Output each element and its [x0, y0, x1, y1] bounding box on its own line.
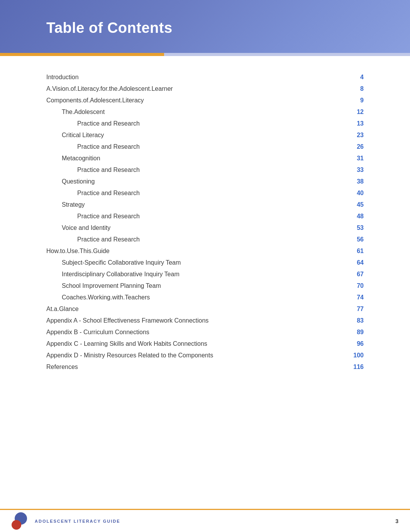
- toc-entry-title: Subject-Specific Collaborative Inquiry T…: [46, 259, 348, 266]
- toc-entry[interactable]: The.Adolescent12: [46, 106, 364, 118]
- toc-entry[interactable]: Voice and Identity53: [46, 222, 364, 234]
- toc-entry-page: 12: [348, 109, 364, 116]
- logo-circle-red: [12, 520, 21, 530]
- toc-entry[interactable]: Interdisciplinary Collaborative Inquiry …: [46, 269, 364, 280]
- toc-entry[interactable]: How.to.Use.This.Guide61: [46, 245, 364, 257]
- toc-entry-page: 67: [348, 271, 364, 278]
- toc-entry-page: 116: [348, 364, 364, 371]
- toc-entry-title: Interdisciplinary Collaborative Inquiry …: [46, 271, 348, 278]
- toc-entry-page: 23: [348, 132, 364, 139]
- toc-entry-title: Metacognition: [46, 155, 348, 162]
- toc-entry-title: Practice and Research: [46, 213, 348, 220]
- toc-entry-title: Appendix B - Curriculum Connections: [46, 329, 348, 336]
- toc-entry-page: 83: [348, 317, 364, 324]
- toc-entry[interactable]: Components.of.Adolescent.Literacy9: [46, 95, 364, 106]
- toc-entry-page: 48: [348, 213, 364, 220]
- toc-entry[interactable]: Metacognition31: [46, 153, 364, 164]
- toc-entry[interactable]: Practice and Research13: [46, 118, 364, 129]
- toc-entry-title: Practice and Research: [46, 143, 348, 150]
- toc-entry-page: 70: [348, 282, 364, 289]
- footer-logo: [12, 512, 29, 530]
- footer-page: 3: [395, 518, 398, 524]
- toc-container: Introduction4A.Vision.of.Literacy.for.th…: [0, 56, 410, 396]
- toc-entry-page: 56: [348, 236, 364, 243]
- toc-entry-page: 89: [348, 329, 364, 336]
- toc-entry[interactable]: Appendix D - Ministry Resources Related …: [46, 350, 364, 361]
- toc-entry[interactable]: Appendix A - School Effectiveness Framew…: [46, 315, 364, 326]
- toc-entry[interactable]: Questioning38: [46, 176, 364, 187]
- toc-entry-title: Components.of.Adolescent.Literacy: [46, 97, 348, 104]
- toc-entry-page: 26: [348, 143, 364, 150]
- toc-entry-page: 96: [348, 340, 364, 347]
- toc-entry-title: Appendix A - School Effectiveness Framew…: [46, 317, 348, 324]
- toc-entry[interactable]: Practice and Research40: [46, 187, 364, 199]
- toc-entry[interactable]: Subject-Specific Collaborative Inquiry T…: [46, 257, 364, 269]
- toc-entry-page: 74: [348, 294, 364, 301]
- toc-entry[interactable]: Practice and Research33: [46, 164, 364, 176]
- toc-entry-title: Critical Literacy: [46, 132, 348, 139]
- footer: ADOLESCENT LITERACY GUIDE 3: [0, 509, 410, 532]
- toc-entry-title: Practice and Research: [46, 120, 348, 127]
- toc-entry[interactable]: Appendix B - Curriculum Connections89: [46, 326, 364, 338]
- toc-entry-title: Questioning: [46, 178, 348, 185]
- toc-entry-title: Voice and Identity: [46, 224, 348, 231]
- toc-entry-page: 33: [348, 167, 364, 173]
- toc-entry-title: A.Vision.of.Literacy.for.the.Adolescent.…: [46, 85, 348, 92]
- toc-entry-page: 100: [348, 352, 364, 359]
- toc-entry[interactable]: Practice and Research48: [46, 211, 364, 222]
- toc-entry[interactable]: Introduction4: [46, 71, 364, 83]
- toc-entry-page: 8: [348, 85, 364, 92]
- toc-entry[interactable]: Strategy45: [46, 199, 364, 211]
- toc-entry-title: References: [46, 364, 348, 371]
- toc-entry-page: 53: [348, 224, 364, 231]
- toc-entry-title: Strategy: [46, 201, 348, 208]
- toc-entry[interactable]: Appendix C - Learning Skills and Work Ha…: [46, 338, 364, 350]
- toc-entry-page: 45: [348, 201, 364, 208]
- toc-entry-page: 13: [348, 120, 364, 127]
- toc-entry-title: Appendix D - Ministry Resources Related …: [46, 352, 348, 359]
- toc-entry-page: 40: [348, 190, 364, 197]
- toc-entry-page: 61: [348, 248, 364, 255]
- toc-entry[interactable]: References116: [46, 361, 364, 373]
- toc-entry-title: Appendix C - Learning Skills and Work Ha…: [46, 340, 348, 347]
- toc-entry-title: Practice and Research: [46, 167, 348, 173]
- toc-entry-title: At.a.Glance: [46, 306, 348, 313]
- toc-entry-page: 38: [348, 178, 364, 185]
- toc-entry[interactable]: Critical Literacy23: [46, 129, 364, 141]
- header-banner: Table of Contents: [0, 0, 410, 56]
- toc-entry-page: 4: [348, 74, 364, 81]
- toc-entry[interactable]: A.Vision.of.Literacy.for.the.Adolescent.…: [46, 83, 364, 95]
- page-title: Table of Contents: [46, 20, 173, 36]
- toc-entry-page: 77: [348, 306, 364, 313]
- toc-entry-title: School Improvement Planning Team: [46, 282, 348, 289]
- toc-entry-title: Practice and Research: [46, 190, 348, 197]
- toc-entry-page: 9: [348, 97, 364, 104]
- toc-entry[interactable]: At.a.Glance77: [46, 303, 364, 315]
- footer-label: ADOLESCENT LITERACY GUIDE: [35, 519, 120, 524]
- toc-entry[interactable]: Coaches.Working.with.Teachers74: [46, 292, 364, 303]
- toc-entry-page: 31: [348, 155, 364, 162]
- toc-entry-title: Practice and Research: [46, 236, 348, 243]
- toc-entry-title: Introduction: [46, 74, 348, 81]
- toc-entry-page: 64: [348, 259, 364, 266]
- toc-entry[interactable]: Practice and Research56: [46, 234, 364, 245]
- toc-entry-title: The.Adolescent: [46, 109, 348, 116]
- toc-entry-title: How.to.Use.This.Guide: [46, 248, 348, 255]
- toc-entry[interactable]: School Improvement Planning Team70: [46, 280, 364, 292]
- toc-entry-title: Coaches.Working.with.Teachers: [46, 294, 348, 301]
- toc-entry[interactable]: Practice and Research26: [46, 141, 364, 153]
